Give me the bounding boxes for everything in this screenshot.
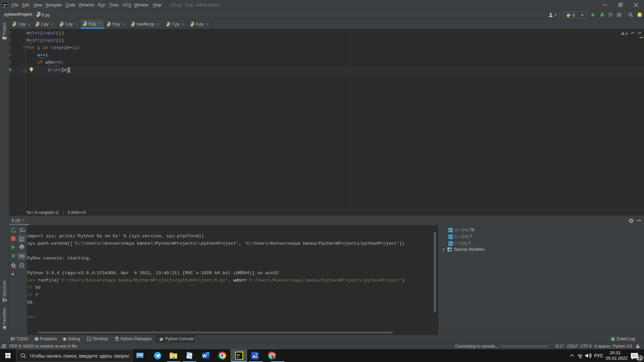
svg-text:6: 6 (626, 32, 628, 36)
svg-text:22: 22 (637, 356, 642, 361)
svg-text:W: W (202, 353, 207, 358)
svg-text:PC: PC (237, 354, 240, 357)
svg-text:01: 01 (449, 229, 452, 232)
svg-text:01: 01 (449, 235, 452, 238)
svg-text:01: 01 (449, 242, 452, 245)
svg-text:1: 1 (612, 338, 614, 341)
